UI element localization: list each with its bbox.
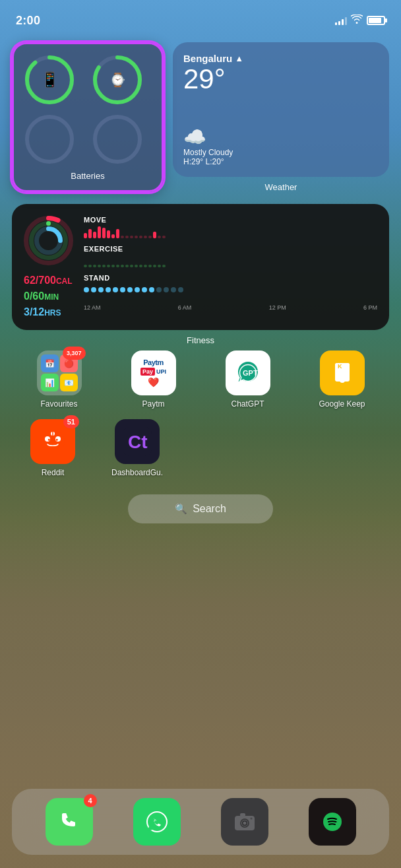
dock-phone[interactable]: 4 — [46, 798, 93, 846]
app-favourites[interactable]: 📅 🔴 📊 📧 3,307 Favourites — [24, 351, 95, 409]
fitness-label: Fitness — [0, 335, 401, 345]
fitness-stand: 3/12HRS — [24, 306, 73, 318]
svg-point-15 — [340, 378, 345, 383]
dock-camera[interactable] — [221, 798, 268, 846]
svg-text:GPT: GPT — [243, 369, 258, 377]
app-row-2: ● ● 51 Reddit Ct DashboardGu. — [0, 419, 401, 477]
svg-text:●: ● — [55, 437, 58, 442]
status-time: 2:00 — [16, 14, 40, 28]
batteries-label: Batteries — [23, 171, 152, 181]
status-bar: 2:00 — [0, 0, 401, 33]
camera-icon — [221, 798, 268, 846]
app-row-1: 📅 🔴 📊 📧 3,307 Favourites Paytm Pay UPI — [0, 351, 401, 409]
favourites-badge: 3,307 — [63, 347, 86, 360]
svg-text:●: ● — [47, 437, 50, 442]
app-reddit[interactable]: ● ● 51 Reddit — [17, 419, 88, 477]
batteries-widget[interactable]: 📱 ⌚ — [12, 42, 164, 192]
svg-point-5 — [95, 117, 140, 162]
widgets-row: 📱 ⌚ — [0, 36, 401, 199]
app-paytm[interactable]: Paytm Pay UPI ❤️ Paytm — [118, 351, 189, 409]
search-bar-container[interactable]: 🔍 Search — [0, 488, 401, 530]
spotify-icon — [309, 798, 356, 846]
chart-times: 12 AM 6 AM 12 PM 6 PM — [84, 304, 377, 311]
reddit-label: Reddit — [42, 468, 65, 477]
fitness-widget[interactable]: 62/700CAL 0/60MIN 3/12HRS MOVE — [12, 204, 389, 330]
svg-rect-32 — [240, 813, 245, 817]
dashboard-icon: Ct — [115, 419, 160, 464]
svg-rect-16 — [341, 373, 344, 378]
search-label: Search — [193, 503, 226, 515]
weather-cloud-icon: ☁️ — [183, 126, 379, 148]
weather-location: Bengaluru ▲ — [183, 53, 379, 64]
app-dashboard[interactable]: Ct DashboardGu. — [102, 419, 173, 477]
exercise-label: EXERCISE — [84, 245, 377, 253]
dock-whatsapp[interactable] — [133, 798, 181, 846]
empty-battery-2 — [91, 113, 144, 166]
phone-badge: 4 — [84, 794, 97, 807]
signal-icon — [335, 16, 347, 25]
batteries-grid: 📱 ⌚ — [23, 53, 152, 166]
svg-point-31 — [243, 822, 246, 825]
svg-text:Ct: Ct — [128, 432, 148, 452]
paytm-icon: Paytm Pay UPI ❤️ — [131, 351, 176, 395]
wifi-icon — [351, 15, 363, 26]
svg-text:K: K — [338, 363, 342, 370]
svg-point-4 — [27, 117, 72, 162]
paytm-label: Paytm — [142, 399, 164, 409]
fitness-stats: 62/700CAL 0/60MIN 3/12HRS — [24, 216, 73, 318]
status-icons — [335, 15, 385, 26]
dock: 4 — [12, 789, 389, 855]
watch-battery: ⌚ — [91, 53, 144, 106]
fitness-charts: MOVE — [84, 216, 377, 318]
stand-label: STAND — [84, 274, 377, 282]
app-google-keep[interactable]: K Google Keep — [307, 351, 378, 409]
dock-spotify[interactable] — [309, 798, 356, 846]
chatgpt-label: ChatGPT — [231, 399, 264, 409]
search-icon: 🔍 — [175, 503, 187, 515]
fitness-exercise: 0/60MIN — [24, 290, 73, 302]
empty-battery-1 — [23, 113, 76, 166]
favourites-label: Favourites — [40, 399, 77, 409]
search-bar[interactable]: 🔍 Search — [128, 494, 273, 523]
svg-point-33 — [250, 818, 252, 820]
chatgpt-icon: GPT — [226, 351, 270, 395]
fitness-move: 62/700CAL — [24, 275, 73, 286]
weather-desc: Mostly Cloudy H:29° L:20° — [183, 148, 379, 166]
dashboard-label: DashboardGu. — [111, 468, 163, 477]
reddit-badge: 51 — [63, 415, 79, 428]
phone-battery: 📱 — [23, 53, 76, 106]
keep-icon: K — [320, 351, 365, 395]
app-chatgpt[interactable]: GPT ChatGPT — [212, 351, 284, 409]
move-label: MOVE — [84, 216, 377, 224]
weather-label: Weather — [173, 182, 389, 192]
keep-label: Google Keep — [319, 399, 365, 409]
weather-widget[interactable]: Bengaluru ▲ 29° ☁️ Mostly Cloudy H:29° L… — [173, 42, 389, 177]
battery-icon — [367, 16, 385, 25]
weather-temp: 29° — [183, 64, 379, 94]
whatsapp-icon — [133, 798, 181, 846]
